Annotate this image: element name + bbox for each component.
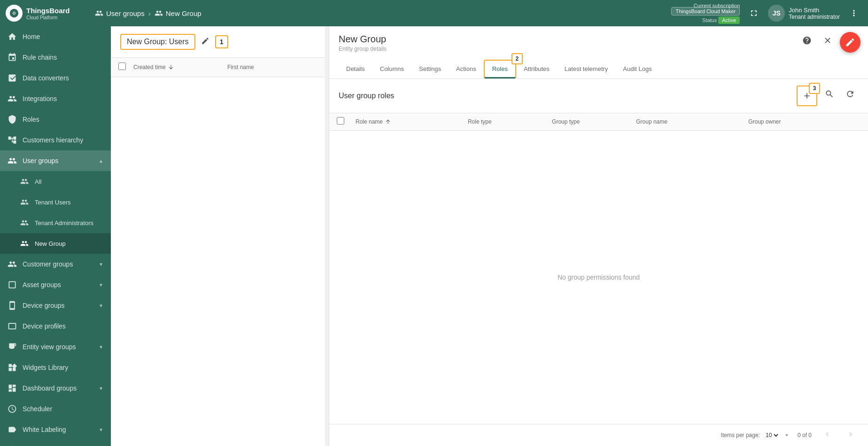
logo-area: ThingsBoard Cloud Platform [6,5,95,22]
breadcrumb-item-new-group[interactable]: New Group [155,9,202,17]
roles-select-all-checkbox[interactable] [337,117,344,125]
status-label: Status [702,17,717,23]
edit-group-name-button[interactable] [199,35,211,49]
main-content: New Group: Users 1 Created time First na… [111,26,868,446]
logo-icon [6,5,23,22]
edit-fab-button[interactable] [840,32,860,53]
tabs-row: Details Columns Settings Actions Roles 2… [339,58,859,78]
entity-view-groups-chevron-icon: ▼ [99,344,103,350]
col-group-owner-header: Group owner [748,118,860,125]
sidebar-item-home[interactable]: Home [0,26,111,47]
sidebar-item-all[interactable]: All [0,171,111,192]
sidebar-item-customers-hierarchy-label: Customers hierarchy [23,136,103,144]
left-panel: New Group: Users 1 Created time First na… [111,26,329,446]
sidebar-item-device-profiles[interactable]: Device profiles [0,316,111,336]
roles-footer: Items per page: 10 20 50 0 of 0 [329,424,868,446]
col-role-name-header: Role name [356,118,468,125]
sidebar-item-scheduler[interactable]: Scheduler [0,399,111,419]
right-header: New Group Entity group details Details C… [329,26,868,79]
sidebar-item-widgets-library[interactable]: Widgets Library [0,357,111,378]
breadcrumb-item-user-groups[interactable]: User groups [95,9,145,17]
rule-chains-icon [8,53,17,62]
items-per-page: Items per page: 10 20 50 [721,431,790,439]
roles-title: User group roles [339,92,394,100]
sidebar-item-user-groups[interactable]: User groups ▲ [0,150,111,171]
panel-header: New Group: Users 1 [111,26,329,58]
roles-select-all[interactable] [337,117,356,126]
right-panel-subtitle: Entity group details [339,46,859,52]
more-menu-button[interactable] [845,5,862,22]
status-value: Active [718,16,740,24]
fullscreen-button[interactable] [745,5,762,22]
sidebar-item-tenant-admins-label: Tenant Administrators [35,219,103,227]
sidebar-item-scheduler-label: Scheduler [23,405,103,413]
white-labeling-chevron-icon: ▼ [99,427,103,432]
prev-page-button[interactable] [819,428,835,442]
roles-toolbar-actions: 3 [797,86,859,106]
sidebar-item-tenant-administrators[interactable]: Tenant Administrators [0,212,111,233]
sidebar-item-tenant-users[interactable]: Tenant Users [0,192,111,212]
sidebar-item-white-labeling-label: White Labeling [23,426,93,433]
breadcrumb-new-group-label: New Group [166,9,202,17]
tab-columns[interactable]: Columns [372,61,411,78]
right-header-actions [798,32,860,53]
sidebar-item-customer-groups[interactable]: Customer groups ▼ [0,254,111,274]
sidebar-item-device-groups[interactable]: Device groups ▼ [0,295,111,316]
user-info: John Smith Tenant administrator [789,7,840,20]
sidebar-item-customers-hierarchy[interactable]: Customers hierarchy [0,130,111,150]
sidebar-item-rule-chains[interactable]: Rule chains [0,47,111,68]
roles-content: User group roles 3 [329,79,868,446]
tab-latest-telemetry[interactable]: Latest telemetry [557,61,616,78]
help-button[interactable] [798,32,815,49]
tab-settings[interactable]: Settings [411,61,449,78]
user-profile-area: JS John Smith Tenant administrator [768,5,840,22]
asset-groups-chevron-icon: ▼ [99,282,103,288]
sidebar-item-entity-view-groups[interactable]: Entity view groups ▼ [0,336,111,357]
col-firstname-header: First name [227,64,321,70]
items-per-page-select[interactable]: 10 20 50 [764,431,780,439]
sidebar-item-user-groups-label: User groups [23,157,93,164]
select-all-input[interactable] [118,63,126,70]
tab-actions[interactable]: Actions [449,61,484,78]
col-role-type-header: Role type [468,118,552,125]
sidebar: Home Rule chains Data converters Integra… [0,26,111,446]
close-button[interactable] [819,32,836,49]
sidebar-item-entity-view-groups-label: Entity view groups [23,343,93,351]
tenant-admin-icon [20,218,29,227]
sidebar-item-integrations[interactable]: Integrations [0,88,111,109]
sidebar-item-widgets-library-label: Widgets Library [23,364,103,371]
entity-view-groups-icon [8,342,17,352]
tab-roles[interactable]: Roles 2 [484,60,516,78]
sidebar-item-roles[interactable]: Roles [0,109,111,130]
search-roles-button[interactable] [821,86,838,102]
scroll-indicator[interactable] [325,26,329,446]
user-name: John Smith [789,7,840,14]
sidebar-item-new-group-label: New Group [35,240,103,247]
tab-audit-logs[interactable]: Audit Logs [615,61,659,78]
logo-sub: Cloud Platform [26,15,70,20]
next-page-button[interactable] [843,428,859,442]
sidebar-item-audit-logs[interactable]: Audit Logs [0,440,111,446]
sidebar-item-all-label: All [35,178,103,185]
widgets-library-icon [8,363,17,372]
select-all-checkbox[interactable] [118,63,133,72]
sidebar-item-roles-label: Roles [23,116,103,123]
left-panel-empty [111,77,329,446]
tab-details[interactable]: Details [339,61,372,78]
add-role-area: 3 [797,86,817,106]
sidebar-item-white-labeling[interactable]: White Labeling ▼ [0,419,111,440]
sidebar-item-dashboard-groups[interactable]: Dashboard groups ▼ [0,378,111,399]
user-role: Tenant administrator [789,14,840,20]
sidebar-item-tenant-users-label: Tenant Users [35,199,103,206]
subscription-badge: ThingsBoard Cloud Maker [671,7,740,16]
customers-hierarchy-icon [8,135,17,145]
refresh-roles-button[interactable] [842,86,859,102]
sidebar-item-asset-groups[interactable]: Asset groups ▼ [0,274,111,295]
device-profiles-icon [8,321,17,331]
svg-point-1 [13,12,15,14]
pagination-info: 0 of 0 [798,432,812,438]
device-groups-icon [8,301,17,310]
header-right: Current subscription ThingsBoard Cloud M… [671,3,862,24]
sidebar-item-data-converters[interactable]: Data converters [0,68,111,88]
sidebar-item-new-group[interactable]: New Group [0,233,111,254]
